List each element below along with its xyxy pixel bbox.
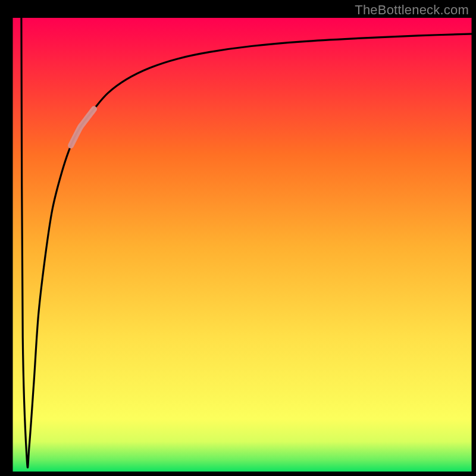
bottleneck-chart (0, 0, 476, 476)
chart-container: TheBottleneck.com (0, 0, 476, 476)
gradient-background (11, 18, 474, 474)
